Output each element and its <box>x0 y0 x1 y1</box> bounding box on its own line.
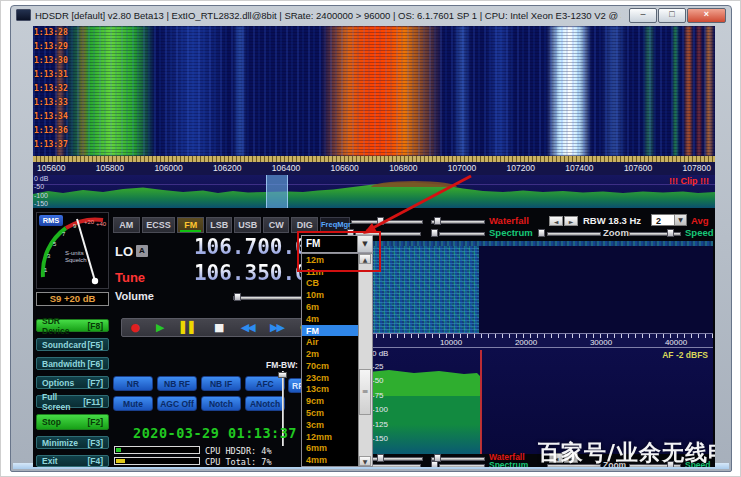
nr-button[interactable]: NR <box>113 376 153 391</box>
mute-button[interactable]: Mute <box>113 396 153 411</box>
agc-off-button[interactable]: AGC Off <box>157 396 197 411</box>
svg-text:7: 7 <box>62 231 66 237</box>
stop-button[interactable]: Stop[F2] <box>36 414 109 430</box>
waterfall-timestamp: 1:13:36 <box>34 126 68 135</box>
rms-badge[interactable]: RMS <box>39 215 63 226</box>
avg-dropdown-icon[interactable]: ▼ <box>674 215 686 225</box>
fullscreen-button[interactable]: Full Screen[F11] <box>36 395 109 408</box>
band-option-5cm[interactable]: 5cm <box>302 407 358 419</box>
band-option-4mm[interactable]: 4mm <box>302 454 358 466</box>
afc-button[interactable]: AFC <box>245 376 285 391</box>
stop-icon[interactable]: ■ <box>214 322 224 333</box>
mode-button-usb[interactable]: USB <box>234 217 261 233</box>
rf-frequency-ruler[interactable]: 105600 105800 106000 106200 106400 10660… <box>33 162 715 175</box>
af-rbw-decrease-icon[interactable]: ◄ <box>549 453 563 463</box>
mode-button-cw[interactable]: CW <box>263 217 290 233</box>
cpu-hdsdr-fill <box>116 448 121 452</box>
scrollbar-thumb[interactable]: ≡ <box>359 369 371 415</box>
bandwidth-button[interactable]: Bandwidth[F6] <box>36 357 109 370</box>
lo-a-badge[interactable]: A <box>136 245 148 257</box>
nb-if-button[interactable]: NB IF <box>201 376 241 391</box>
band-option-23cm[interactable]: 23cm <box>302 372 358 384</box>
tune-bandwidth-marker[interactable] <box>266 175 288 208</box>
zoom-slider-thumb-left[interactable] <box>538 229 545 237</box>
af-spectrum-trace <box>369 348 713 454</box>
af-frequency-ruler[interactable]: 10000 20000 30000 40000 <box>369 333 713 348</box>
record-icon[interactable]: ● <box>130 322 140 333</box>
waterfall-lower-slider-thumb[interactable] <box>434 217 441 225</box>
band-option-3cm[interactable]: 3cm <box>302 419 358 431</box>
rewind-icon[interactable]: ◀◀ <box>241 322 254 333</box>
af-zoom-slider-left[interactable] <box>547 464 601 467</box>
scroll-down-icon[interactable]: ▼ <box>359 456 371 466</box>
cpu-total-fill <box>116 459 125 463</box>
mode-button-lsb[interactable]: LSB <box>206 217 233 233</box>
title-bar[interactable]: HDSDR [default] v2.80 Beta13 | ExtIO_RTL… <box>11 6 731 24</box>
band-option-air[interactable]: Air <box>302 336 358 348</box>
mode-button-fm[interactable]: FM <box>177 217 204 233</box>
af-waterfall-display[interactable] <box>369 241 713 333</box>
maximize-window-button[interactable]: □ <box>658 8 686 23</box>
nb-rf-button[interactable]: NB RF <box>157 376 197 391</box>
ruler-label: 105600 <box>37 163 65 174</box>
play-icon[interactable]: ▶ <box>156 322 164 333</box>
spectrum-lower-slider-thumb[interactable] <box>431 229 438 237</box>
band-option-6mm[interactable]: 6mm <box>302 443 358 455</box>
notch-button[interactable]: Notch <box>201 396 241 411</box>
af-level-readout: AF -2 dBFS <box>662 350 708 360</box>
rbw-increase-icon[interactable]: ► <box>564 216 578 226</box>
zoom-slider-left[interactable] <box>547 232 601 236</box>
rf-waterfall-display[interactable]: 1:13:28 1:13:29 1:13:30 1:13:31 1:13:32 … <box>33 26 715 156</box>
band-option-fm[interactable]: FM <box>302 325 358 337</box>
af-db-label: -150 <box>372 434 388 443</box>
spectrum-lower-slider[interactable] <box>439 232 485 236</box>
pause-icon[interactable]: ▌▌ <box>181 322 198 333</box>
rf-spectrum-display[interactable]: 0 dB -50 -100 -150 !!! Clip !!! <box>33 175 715 208</box>
mode-button-dig[interactable]: DIG <box>291 217 318 233</box>
af-spectrum-lower-slider[interactable] <box>439 464 485 467</box>
dropdown-scrollbar[interactable]: ▲ ≡ ▼ <box>358 254 372 466</box>
fm-bw-slider-thumb[interactable] <box>278 372 287 378</box>
minimize-window-button[interactable]: – <box>629 8 657 23</box>
mode-button-ecss[interactable]: ECSS <box>142 217 176 233</box>
rbw-decrease-icon[interactable]: ◄ <box>549 216 563 226</box>
band-option-cb[interactable]: CB <box>302 278 358 290</box>
waterfall-label: Waterfall <box>489 215 529 226</box>
af-spectrum-display[interactable]: 0 dB -25 -50 -75 -100 -125 -150 AF -2 dB… <box>369 348 713 454</box>
waterfall-upper-slider-thumb[interactable] <box>377 217 384 225</box>
close-window-button[interactable]: × <box>687 8 726 23</box>
sdr-device-button[interactable]: SDR Device[F8] <box>36 319 109 332</box>
anotch-button[interactable]: ANotch <box>245 396 285 411</box>
band-option-12m[interactable]: 12m <box>302 254 358 266</box>
waterfall-upper-slider[interactable] <box>351 220 423 224</box>
band-option-2m[interactable]: 2m <box>302 348 358 360</box>
combobox-dropdown-icon[interactable]: ▼ <box>357 236 372 252</box>
options-button[interactable]: Options[F7] <box>36 376 109 389</box>
exit-button[interactable]: Exit[F4] <box>36 455 109 467</box>
volume-slider-thumb[interactable] <box>234 293 241 301</box>
af-rbw-increase-icon[interactable]: ► <box>564 453 578 463</box>
band-option-9cm[interactable]: 9cm <box>302 395 358 407</box>
band-option-10m[interactable]: 10m <box>302 289 358 301</box>
band-option-4m[interactable]: 4m <box>302 313 358 325</box>
mode-button-am[interactable]: AM <box>113 217 140 233</box>
minimize-button[interactable]: Minimize[F3] <box>36 436 109 449</box>
freqmgr-button[interactable]: FreqMgr <box>320 217 350 233</box>
waterfall-timestamp: 1:13:34 <box>34 112 68 121</box>
band-select-combobox[interactable]: FM ▼ <box>301 235 373 253</box>
forward-icon[interactable]: ▶▶ <box>270 322 283 333</box>
scroll-up-icon[interactable]: ▲ <box>359 254 371 264</box>
af-spectrum-lower-slider-thumb[interactable] <box>431 461 438 467</box>
af-waterfall-upper-slider-thumb[interactable] <box>377 454 384 462</box>
band-option-13cm[interactable]: 13cm <box>302 384 358 396</box>
af-zoom-slider-thumb[interactable] <box>667 461 674 467</box>
band-option-6m[interactable]: 6m <box>302 301 358 313</box>
avg-select[interactable]: 2 ▼ <box>651 214 687 226</box>
af-bandwidth-cursor[interactable] <box>480 350 482 454</box>
zoom-slider-thumb-right[interactable] <box>667 229 674 237</box>
soundcard-button[interactable]: Soundcard[F5] <box>36 338 109 351</box>
band-option-12mm[interactable]: 12mm <box>302 431 358 443</box>
band-option-70cm[interactable]: 70cm <box>302 360 358 372</box>
cpu-total-bar <box>114 457 200 465</box>
band-option-11m[interactable]: 11m <box>302 266 358 278</box>
